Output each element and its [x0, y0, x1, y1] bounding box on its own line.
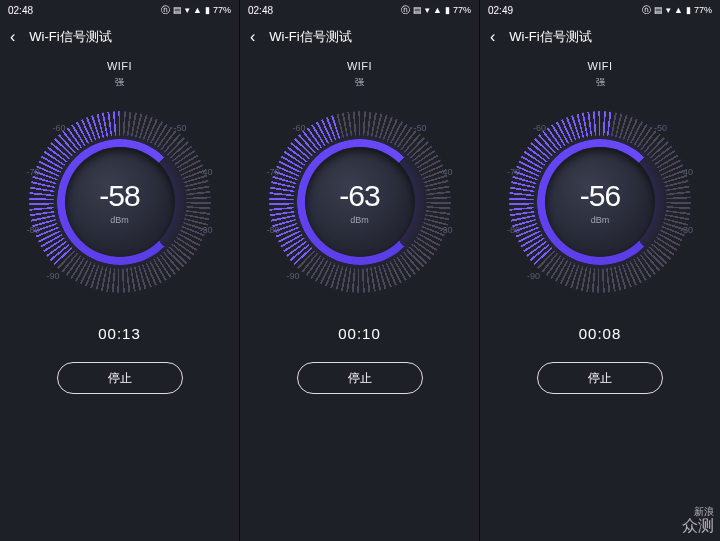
back-icon[interactable]: ‹ — [10, 29, 15, 45]
status-icons: ⓝ ▤ ▾ ▲ ▮ 77% — [642, 4, 712, 17]
stop-button-label: 停止 — [108, 370, 132, 387]
page-title: Wi-Fi信号测试 — [29, 28, 111, 46]
tick-label: -90 — [527, 271, 540, 281]
tick-label: -40 — [439, 167, 452, 177]
page-title: Wi-Fi信号测试 — [269, 28, 351, 46]
signal-gauge: -63 dBm -90 -80 -70 -60 -50 -40 -30 — [265, 107, 455, 297]
tick-label: -60 — [533, 123, 546, 133]
watermark: 新浪 众测 — [682, 506, 714, 535]
elapsed-timer: 00:13 — [98, 325, 141, 342]
battery-icon: ▮ — [205, 5, 210, 15]
gauge-disk: -58 dBm — [65, 147, 175, 257]
tick-label: -90 — [47, 271, 60, 281]
signal-gauge: -56 dBm -90 -80 -70 -60 -50 -40 -30 — [505, 107, 695, 297]
tick-label: -30 — [439, 225, 452, 235]
elapsed-timer: 00:10 — [338, 325, 381, 342]
tick-label: -40 — [199, 167, 212, 177]
vibrate-icon: ▤ — [173, 5, 182, 15]
nfc-icon: ⓝ — [642, 4, 651, 17]
gauge-value: -63 — [339, 179, 379, 213]
stop-button-label: 停止 — [588, 370, 612, 387]
gauge-unit: dBm — [350, 215, 369, 225]
battery-icon: ▮ — [445, 5, 450, 15]
gauge-value: -58 — [99, 179, 139, 213]
tick-label: -40 — [680, 167, 693, 177]
signal-icon: ▲ — [433, 5, 442, 15]
tick-label: -70 — [27, 167, 40, 177]
tick-label: -50 — [173, 123, 186, 133]
app-header: ‹ Wi-Fi信号测试 — [0, 20, 239, 54]
tick-label: -70 — [267, 167, 280, 177]
nfc-icon: ⓝ — [161, 4, 170, 17]
tick-label: -30 — [680, 225, 693, 235]
gauge-unit: dBm — [110, 215, 129, 225]
screen-triptych: 02:48 ⓝ ▤ ▾ ▲ ▮ 77% ‹ Wi-Fi信号测试 WIFI 强 -… — [0, 0, 720, 541]
app-header: ‹ Wi-Fi信号测试 — [480, 20, 720, 54]
tick-label: -50 — [413, 123, 426, 133]
tick-label: -70 — [507, 167, 520, 177]
battery-icon: ▮ — [686, 5, 691, 15]
tick-label: -80 — [267, 225, 280, 235]
stop-button[interactable]: 停止 — [57, 362, 183, 394]
page-title: Wi-Fi信号测试 — [509, 28, 591, 46]
stop-button[interactable]: 停止 — [537, 362, 663, 394]
ssid-label: WIFI — [347, 60, 372, 72]
back-icon[interactable]: ‹ — [490, 29, 495, 45]
watermark-line1: 新浪 — [682, 506, 714, 517]
tick-label: -60 — [53, 123, 66, 133]
tick-label: -30 — [199, 225, 212, 235]
battery-percent: 77% — [694, 5, 712, 15]
gauge-value: -56 — [580, 179, 620, 213]
ssid-label: WIFI — [587, 60, 612, 72]
status-bar: 02:49 ⓝ ▤ ▾ ▲ ▮ 77% — [480, 0, 720, 20]
app-header: ‹ Wi-Fi信号测试 — [240, 20, 479, 54]
screen-2: 02:48 ⓝ ▤ ▾ ▲ ▮ 77% ‹ Wi-Fi信号测试 WIFI 强 -… — [240, 0, 480, 541]
tick-label: -90 — [287, 271, 300, 281]
strength-label: 强 — [596, 76, 605, 89]
tick-label: -80 — [27, 225, 40, 235]
signal-icon: ▲ — [674, 5, 683, 15]
watermark-line2: 众测 — [682, 517, 714, 535]
status-bar: 02:48 ⓝ ▤ ▾ ▲ ▮ 77% — [0, 0, 239, 20]
status-bar: 02:48 ⓝ ▤ ▾ ▲ ▮ 77% — [240, 0, 479, 20]
battery-percent: 77% — [213, 5, 231, 15]
clock: 02:48 — [8, 5, 33, 16]
signal-gauge: -58 dBm -90 -80 -70 -60 -50 -40 -30 — [25, 107, 215, 297]
tick-label: -50 — [654, 123, 667, 133]
gauge-disk: -56 dBm — [545, 147, 655, 257]
vibrate-icon: ▤ — [654, 5, 663, 15]
tick-label: -60 — [293, 123, 306, 133]
elapsed-timer: 00:08 — [579, 325, 622, 342]
strength-label: 强 — [355, 76, 364, 89]
ssid-label: WIFI — [107, 60, 132, 72]
clock: 02:48 — [248, 5, 273, 16]
wifi-icon: ▾ — [666, 5, 671, 15]
back-icon[interactable]: ‹ — [250, 29, 255, 45]
gauge-disk: -63 dBm — [305, 147, 415, 257]
wifi-icon: ▾ — [185, 5, 190, 15]
battery-percent: 77% — [453, 5, 471, 15]
nfc-icon: ⓝ — [401, 4, 410, 17]
tick-label: -80 — [507, 225, 520, 235]
gauge-unit: dBm — [591, 215, 610, 225]
status-icons: ⓝ ▤ ▾ ▲ ▮ 77% — [161, 4, 231, 17]
wifi-icon: ▾ — [425, 5, 430, 15]
vibrate-icon: ▤ — [413, 5, 422, 15]
stop-button[interactable]: 停止 — [297, 362, 423, 394]
strength-label: 强 — [115, 76, 124, 89]
clock: 02:49 — [488, 5, 513, 16]
screen-3: 02:49 ⓝ ▤ ▾ ▲ ▮ 77% ‹ Wi-Fi信号测试 WIFI 强 -… — [480, 0, 720, 541]
status-icons: ⓝ ▤ ▾ ▲ ▮ 77% — [401, 4, 471, 17]
stop-button-label: 停止 — [348, 370, 372, 387]
signal-icon: ▲ — [193, 5, 202, 15]
screen-1: 02:48 ⓝ ▤ ▾ ▲ ▮ 77% ‹ Wi-Fi信号测试 WIFI 强 -… — [0, 0, 240, 541]
